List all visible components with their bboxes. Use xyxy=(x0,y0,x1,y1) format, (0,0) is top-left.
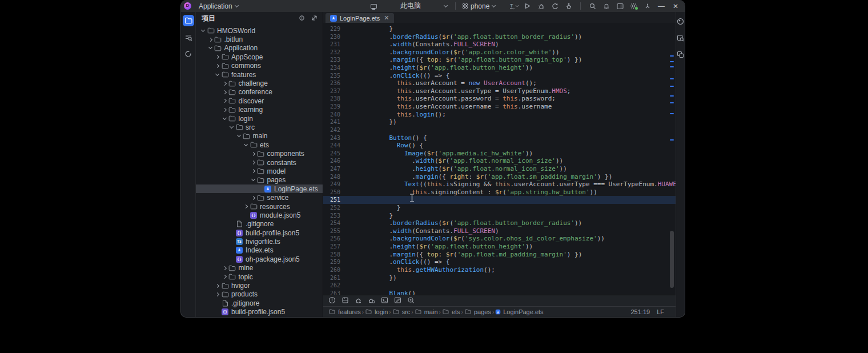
editor-scrollbar[interactable] xyxy=(670,231,674,288)
previewer-icon[interactable] xyxy=(677,17,684,27)
breadcrumb-pages[interactable]: pages xyxy=(464,308,491,316)
tree-item--gitignore[interactable]: .gitignore xyxy=(196,220,323,228)
code-line-232[interactable]: 232 .backgroundColor($r('app.color.color… xyxy=(323,49,676,57)
chevron-expanded-icon[interactable] xyxy=(250,179,257,180)
chevron-collapsed-icon[interactable] xyxy=(250,161,257,164)
chevron-collapsed-icon[interactable] xyxy=(242,205,250,208)
device-selector[interactable]: 此电脑 xyxy=(366,1,452,11)
code-line-230[interactable]: 230 .borderRadius($r('app.float.button_b… xyxy=(323,33,676,41)
code-line-239[interactable]: 239 this.userAccount.username = this.use… xyxy=(323,103,676,111)
profiler-icon[interactable] xyxy=(368,296,375,306)
chevron-collapsed-icon[interactable] xyxy=(221,275,228,278)
code-line-258[interactable]: 258 .margin({ top: $r('app.float.md_padd… xyxy=(323,251,676,259)
app-logo-icon[interactable] xyxy=(184,2,191,10)
attach-debugger-icon[interactable] xyxy=(563,1,574,11)
hide-panel-icon[interactable] xyxy=(311,14,318,23)
tree-item-components[interactable]: components xyxy=(196,149,323,158)
code-line-256[interactable]: 256 .backgroundColor($r('sys.color.ohos_… xyxy=(323,235,676,243)
chevron-collapsed-icon[interactable] xyxy=(214,55,221,58)
log-icon[interactable] xyxy=(341,296,349,306)
tree-item--bitfun[interactable]: .bitfun xyxy=(196,35,323,43)
code-line-250[interactable]: 250 this.signingContent : $r('app.string… xyxy=(323,188,676,196)
project-folder-icon[interactable] xyxy=(183,15,194,26)
tree-item-conference[interactable]: conference xyxy=(196,88,323,97)
tree-item-application[interactable]: Application xyxy=(196,44,323,53)
debug-icon[interactable] xyxy=(536,1,546,11)
code-line-237[interactable]: 237 this.userAccount.userType = UserType… xyxy=(323,87,676,95)
tree-item-learning[interactable]: learning xyxy=(196,106,323,114)
t-wave-icon[interactable]: T xyxy=(508,1,519,11)
tree-item-hvigor[interactable]: hvigor xyxy=(196,281,323,290)
layout-icon[interactable] xyxy=(614,1,625,11)
chevron-collapsed-icon[interactable] xyxy=(207,38,214,41)
code-line-240[interactable]: 240 this.login(); xyxy=(323,111,676,119)
code-line-238[interactable]: 238 this.userAccount.password = this.pas… xyxy=(323,95,676,103)
tree-item-topic[interactable]: topic xyxy=(196,272,323,281)
tree-item-service[interactable]: service xyxy=(196,193,323,202)
tree-item-mine[interactable]: mine xyxy=(196,264,323,272)
tree-item-commons[interactable]: commons xyxy=(196,62,323,70)
code-line-234[interactable]: 234 .height($r('app.float.button_height'… xyxy=(323,64,676,72)
tree-item-oh-package-json5[interactable]: {}oh-package.json5 xyxy=(196,255,323,263)
code-line-257[interactable]: 257 .height($r('app.float.button_height'… xyxy=(323,243,676,251)
caret-position[interactable]: 251:19 xyxy=(631,308,650,315)
tree-item-loginpage-ets[interactable]: ALoginPage.ets xyxy=(196,184,323,193)
notifications-icon[interactable] xyxy=(601,1,612,11)
tree-item-challenge[interactable]: challenge xyxy=(196,79,323,87)
code-line-233[interactable]: 233 .margin({ top: $r('app.float.button_… xyxy=(323,56,676,64)
commit-ring-icon[interactable] xyxy=(183,48,194,59)
code-line-235[interactable]: 235 .onClick(() => { xyxy=(323,72,676,80)
tree-item-hvigorfile-ts[interactable]: TShvigorfile.ts xyxy=(196,237,323,246)
breadcrumb-login[interactable]: login xyxy=(365,308,388,316)
tree-item-hvigorfile-ts[interactable]: TShvigorfile.ts xyxy=(196,316,323,317)
tree-item-login[interactable]: login xyxy=(196,114,323,123)
chevron-expanded-icon[interactable] xyxy=(214,74,221,75)
tree-item-model[interactable]: model xyxy=(196,167,323,175)
tree-item-resources[interactable]: resources xyxy=(196,202,323,211)
chevron-collapsed-icon[interactable] xyxy=(221,109,228,111)
code-line-260[interactable]: 260 this.getHWAuthorization(); xyxy=(323,266,676,274)
tree-item-products[interactable]: products xyxy=(196,290,323,299)
tree-item-src[interactable]: src xyxy=(196,123,323,131)
code-line-229[interactable]: 229 } xyxy=(323,25,676,33)
tree-item-ets[interactable]: ets xyxy=(196,141,323,149)
code-line-242[interactable]: 242 xyxy=(323,126,676,134)
code-line-247[interactable]: 247 .height($r('app.float.normal_icon_si… xyxy=(323,165,676,173)
code-line-231[interactable]: 231 .width(Constants.FULL_SCREEN) xyxy=(323,41,676,49)
tree-item-constants[interactable]: constants xyxy=(196,158,323,167)
tree-item-index-ets[interactable]: AIndex.ets xyxy=(196,246,323,255)
debug-tool-icon[interactable] xyxy=(355,296,362,306)
chevron-expanded-icon[interactable] xyxy=(235,135,243,137)
code-line-255[interactable]: 255 .width(Constants.FULL_SCREEN) xyxy=(323,227,676,235)
inspector-icon[interactable] xyxy=(677,34,684,44)
search-icon[interactable] xyxy=(587,1,598,11)
code-line-249[interactable]: 249 Text((this.isSigning && this.userAcc… xyxy=(323,180,676,188)
chevron-collapsed-icon[interactable] xyxy=(250,196,257,199)
chevron-collapsed-icon[interactable] xyxy=(221,267,228,270)
chevron-expanded-icon[interactable] xyxy=(221,118,228,119)
find-structure-icon[interactable] xyxy=(183,31,194,43)
tree-item-module-json5[interactable]: {}module.json5 xyxy=(196,211,323,219)
tab-loginpage[interactable]: A LoginPage.ets ✕ xyxy=(326,13,394,23)
tree-item-appscope[interactable]: AppScope xyxy=(196,53,323,61)
breadcrumb-src[interactable]: src xyxy=(392,308,411,316)
tree-item-hmosworld[interactable]: HMOSWorld xyxy=(196,26,323,35)
plugins-icon[interactable] xyxy=(642,1,653,11)
module-selector[interactable]: phone xyxy=(459,2,499,10)
breadcrumb-features[interactable]: features xyxy=(328,308,361,316)
tree-item-pages[interactable]: pages xyxy=(196,176,323,184)
problems-icon[interactable] xyxy=(328,296,336,306)
code-line-253[interactable]: 253 } xyxy=(323,212,676,220)
chevron-expanded-icon[interactable] xyxy=(228,127,235,128)
chevron-collapsed-icon[interactable] xyxy=(214,293,221,296)
restart-icon[interactable] xyxy=(549,1,560,11)
chevron-collapsed-icon[interactable] xyxy=(221,82,228,85)
code-line-252[interactable]: 252 } xyxy=(323,204,676,212)
close-button[interactable]: ✕ xyxy=(670,2,681,10)
tree-item-build-profile-json5[interactable]: {}build-profile.json5 xyxy=(196,228,323,237)
chevron-expanded-icon[interactable] xyxy=(207,47,214,49)
code-line-248[interactable]: 248 .margin({ right: $r('app.float.sm_pa… xyxy=(323,173,676,181)
todo-icon[interactable] xyxy=(394,296,401,306)
run-icon[interactable] xyxy=(522,1,533,11)
code-line-246[interactable]: 246 .width($r('app.float.normal_icon_siz… xyxy=(323,157,676,165)
